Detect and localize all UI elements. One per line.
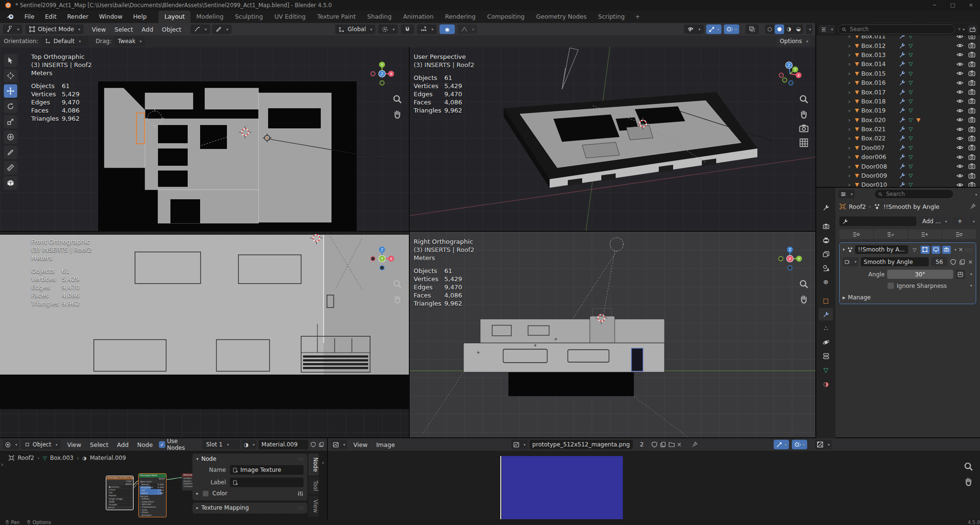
- outliner-row[interactable]: ›▼Box.013▽: [816, 50, 980, 59]
- disclosure-icon[interactable]: ›: [846, 172, 853, 179]
- zoom-icon[interactable]: [392, 94, 403, 104]
- hide-viewport-eye-icon[interactable]: [956, 51, 964, 58]
- node-setting[interactable]: Flat: [107, 491, 132, 494]
- workspace-tab-rendering[interactable]: Rendering: [439, 11, 482, 23]
- menu-render[interactable]: Render: [62, 11, 94, 23]
- drag-orientation-dropdown[interactable]: Default: [41, 36, 88, 46]
- outliner-row[interactable]: ›▼Box.011▽: [816, 35, 980, 41]
- add-workspace-button[interactable]: +: [631, 11, 645, 23]
- shader-menu-view[interactable]: View: [63, 441, 86, 448]
- zoom-icon[interactable]: [963, 461, 974, 472]
- shader-menu-add[interactable]: Add: [113, 441, 133, 448]
- disable-render-camera-icon[interactable]: [968, 60, 976, 68]
- node-group-selector-dropdown[interactable]: [843, 257, 858, 266]
- hide-viewport-eye-icon[interactable]: [956, 60, 964, 68]
- disable-render-camera-icon[interactable]: [968, 172, 976, 180]
- node-setting[interactable]: Linear: [107, 489, 132, 491]
- filter-visibility-button[interactable]: [839, 229, 874, 239]
- outliner-search-input[interactable]: [849, 25, 951, 33]
- disable-render-camera-icon[interactable]: [968, 69, 976, 77]
- sidebar-collapse-icon[interactable]: ›: [322, 459, 324, 466]
- transform-orientation-dropdown[interactable]: Global: [335, 24, 375, 34]
- viewport-menu-select[interactable]: Select: [110, 26, 137, 33]
- object-name[interactable]: Door009: [861, 172, 899, 179]
- menu-help[interactable]: Help: [128, 11, 152, 23]
- object-name[interactable]: Door010: [861, 181, 899, 187]
- properties-tab-view-layer[interactable]: [819, 248, 833, 260]
- hide-viewport-eye-icon[interactable]: [956, 88, 964, 96]
- active-tool-curve-dropdown[interactable]: [191, 24, 210, 34]
- properties-tab-world[interactable]: ⊕: [819, 275, 833, 288]
- outliner-row[interactable]: ›▼Box.012▽: [816, 41, 980, 50]
- image-overlays-button[interactable]: [792, 440, 807, 449]
- viewport-menu-view[interactable]: View: [88, 26, 111, 33]
- disable-render-camera-icon[interactable]: [968, 35, 976, 40]
- outliner-row[interactable]: ›▼Box.019▽: [816, 106, 980, 115]
- menu-edit[interactable]: Edit: [40, 11, 62, 23]
- active-tool-pen-dropdown[interactable]: [212, 24, 232, 34]
- disclosure-icon[interactable]: ›: [846, 89, 853, 96]
- node-setting[interactable]: Repeat: [107, 494, 132, 497]
- unlink-icon[interactable]: ×: [968, 259, 973, 265]
- shading-wireframe-icon[interactable]: ○: [765, 24, 775, 34]
- properties-tab-tool[interactable]: [819, 201, 833, 214]
- angle-value-slider[interactable]: 30°: [887, 270, 953, 279]
- principled-bsdf-node[interactable]: Principled BSDF BSDFBase ColorMetallic0.…: [138, 473, 167, 517]
- toggle-vertex-group-icon[interactable]: ▽: [910, 246, 919, 254]
- workspace-tab-texture-paint[interactable]: Texture Paint: [311, 11, 361, 23]
- shading-rendered-icon[interactable]: ◒: [794, 24, 803, 34]
- attribute-toggle-button[interactable]: [956, 270, 965, 279]
- proportional-editing-button[interactable]: ◉: [439, 24, 455, 34]
- hide-viewport-eye-icon[interactable]: [956, 144, 964, 151]
- outliner-row[interactable]: ›▼Box.017▽: [816, 87, 980, 96]
- object-name[interactable]: Box.012: [861, 42, 899, 49]
- image-browse-dropdown[interactable]: [511, 440, 528, 449]
- navigation-gizmo[interactable]: YXZ: [369, 60, 395, 87]
- outliner-row[interactable]: ›▼Box.015▽: [816, 69, 980, 78]
- properties-tab-physics[interactable]: [819, 336, 833, 348]
- pan-hand-icon[interactable]: [392, 109, 403, 119]
- quad-divider-vertical[interactable]: [409, 47, 410, 437]
- image-name-field[interactable]: prototype_512x512_magenta.png: [529, 440, 633, 449]
- viewport-front-ortho[interactable]: Front Orthographic (3) INSERTS | Roof2 M…: [0, 232, 409, 437]
- properties-tab-object-data[interactable]: ▽: [819, 364, 833, 376]
- decorator-dot[interactable]: •: [969, 283, 973, 289]
- object-name[interactable]: Door008: [861, 163, 899, 170]
- object-name[interactable]: Box.018: [861, 98, 899, 105]
- outliner-row[interactable]: ›▼Door009▽: [816, 171, 980, 180]
- users-count-button[interactable]: 56: [931, 257, 947, 266]
- properties-tab-modifiers[interactable]: [819, 308, 833, 320]
- filter-disabled-button[interactable]: [908, 229, 943, 239]
- fake-user-shield-icon[interactable]: [310, 441, 316, 448]
- node-slider-ior[interactable]: IOR1.450: [140, 489, 165, 492]
- disable-render-camera-icon[interactable]: [968, 107, 976, 114]
- disclosure-icon[interactable]: ›: [846, 35, 853, 40]
- outliner-row[interactable]: ›▼Box.018▽: [816, 97, 980, 106]
- hide-viewport-eye-icon[interactable]: [956, 79, 964, 87]
- image-menu-view[interactable]: View: [349, 441, 372, 448]
- proportional-falloff-dropdown[interactable]: [458, 24, 477, 34]
- hide-viewport-eye-icon[interactable]: [956, 135, 964, 142]
- modifier-menu-dropdown[interactable]: [953, 247, 957, 252]
- hide-viewport-eye-icon[interactable]: [956, 116, 964, 124]
- modifier-extras-dropdown[interactable]: [969, 217, 976, 226]
- outliner-row[interactable]: ›▼Box.021▽: [816, 125, 980, 134]
- object-name[interactable]: Box.016: [861, 79, 899, 86]
- node-slider-roughness[interactable]: Roughness0.500: [140, 486, 165, 489]
- color-swatch[interactable]: [203, 491, 209, 497]
- quad-divider-horizontal[interactable]: [0, 231, 815, 232]
- use-nodes-checkbox[interactable]: ✓: [159, 441, 165, 448]
- toggle-render-icon[interactable]: [942, 246, 951, 254]
- fake-user-shield-icon[interactable]: [950, 259, 957, 265]
- hide-viewport-eye-icon[interactable]: [956, 107, 964, 114]
- breadcrumb-modifier[interactable]: !!Smooth by Angle: [883, 203, 939, 210]
- display-channels-dropdown[interactable]: [815, 440, 832, 449]
- tool-select-box-button[interactable]: [4, 54, 17, 67]
- disclosure-icon[interactable]: ›: [846, 135, 853, 142]
- image-canvas[interactable]: [328, 451, 980, 519]
- shading-dropdown[interactable]: [806, 24, 812, 34]
- outliner-row[interactable]: ›▼Box.022▽: [816, 134, 980, 143]
- tool-scale-button[interactable]: [4, 115, 17, 128]
- shading-material-icon[interactable]: ◑: [784, 24, 794, 34]
- node-setting[interactable]: sRGB: [107, 501, 132, 503]
